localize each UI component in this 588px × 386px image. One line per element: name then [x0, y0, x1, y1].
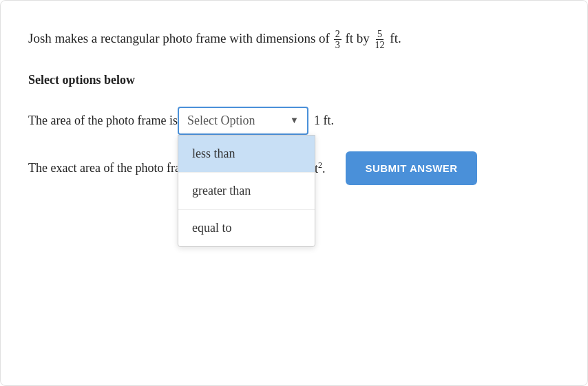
page-container: Josh makes a rectangular photo frame wit…	[0, 0, 588, 386]
dropdown-menu: less than greater than equal to	[178, 135, 315, 247]
select-option-button[interactable]: Select Option ▼	[178, 107, 308, 135]
section-label: Select options below	[28, 73, 560, 87]
problem-text-middle: ft by	[345, 31, 369, 45]
select-placeholder-text: Select Option	[187, 114, 255, 128]
dropdown-item-equal-to[interactable]: equal to	[178, 210, 315, 246]
row1-label: The area of the photo frame is	[28, 114, 178, 128]
question-row-1: The area of the photo frame is Select Op…	[28, 107, 560, 135]
row1-unit: 1 ft.	[314, 114, 334, 128]
row2-label: The exact area of the photo fra	[28, 161, 180, 175]
submit-answer-button[interactable]: SUBMIT ANSWER	[346, 151, 476, 185]
dropdown-item-less-than[interactable]: less than	[178, 136, 315, 173]
chevron-down-icon: ▼	[290, 115, 299, 126]
problem-text-after: ft.	[390, 31, 401, 45]
select-wrapper-1: Select Option ▼ less than greater than e…	[178, 107, 308, 135]
problem-text: Josh makes a rectangular photo frame wit…	[28, 28, 560, 51]
fraction-1: 2 3	[334, 29, 342, 51]
problem-text-before: Josh makes a rectangular photo frame wit…	[28, 31, 330, 45]
dropdown-item-greater-than[interactable]: greater than	[178, 173, 315, 210]
fraction-2: 5 12	[374, 29, 386, 51]
